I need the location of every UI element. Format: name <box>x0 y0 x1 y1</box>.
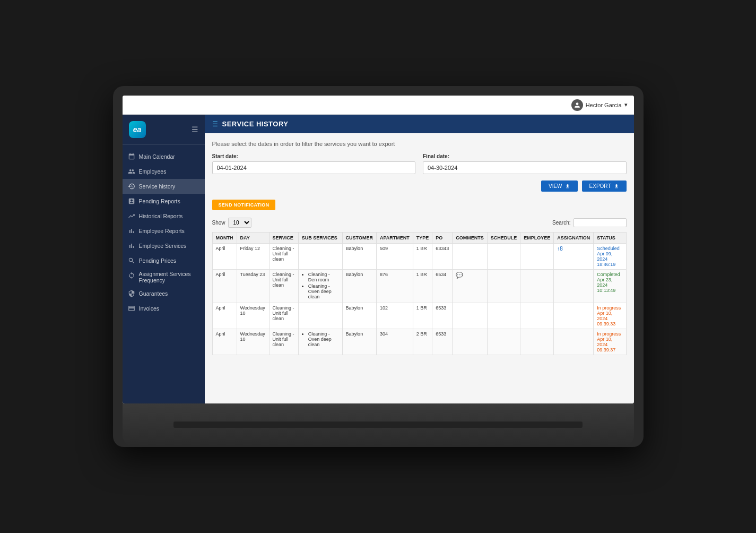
cell-type: 2 BR <box>413 329 432 355</box>
cell-schedule <box>487 303 520 329</box>
col-employee: EMPLOYEE <box>520 233 554 244</box>
cell-apartment: 509 <box>376 244 413 270</box>
cell-sub-services: Cleaning - Den roomCleaning - Oven deep … <box>298 270 342 303</box>
col-customer: CUSTOMER <box>342 233 376 244</box>
cell-assignation[interactable]: ↑8 <box>554 244 594 270</box>
cell-status: Completed Apr 23, 2024 10:13:49 <box>594 270 626 303</box>
cell-employee <box>520 329 554 355</box>
sidebar-label-employee-reports: Employee Reports <box>139 228 185 234</box>
cell-day: Tuesday 23 <box>237 270 269 303</box>
view-button[interactable]: VIEW <box>541 180 578 192</box>
col-schedule: SCHEDULE <box>487 233 520 244</box>
sidebar-item-employee-reports[interactable]: Employee Reports <box>123 223 205 238</box>
col-comments: COMMENTS <box>453 233 488 244</box>
sidebar-item-invoices[interactable]: Invoices <box>123 301 205 316</box>
sidebar-item-main-calendar[interactable]: Main Calendar <box>123 149 205 164</box>
cell-apartment: 102 <box>376 303 413 329</box>
sidebar-item-guarantees[interactable]: Guarantees <box>123 286 205 301</box>
comment-icon: 💬 <box>456 272 463 278</box>
cell-employee <box>520 270 554 303</box>
show-label: Show 10 25 50 <box>212 218 251 228</box>
col-service: SERVICE <box>269 233 298 244</box>
cell-po: 63343 <box>432 244 453 270</box>
cell-month: April <box>212 270 237 303</box>
cell-sub-services: Cleaning - Oven deep clean <box>298 329 342 355</box>
export-button[interactable]: EXPORT <box>582 180 627 192</box>
col-status: STATUS <box>594 233 626 244</box>
cell-comments <box>453 303 488 329</box>
start-date-label: Start date: <box>212 153 416 159</box>
sidebar-item-assignment-services-frequency[interactable]: Assignment Services Frequency <box>123 268 205 286</box>
page-header: ☰ SERVICE HISTORY <box>205 115 634 133</box>
cell-assignation[interactable] <box>554 270 594 303</box>
cell-type: 1 BR <box>413 270 432 303</box>
table-row: April Tuesday 23 Cleaning - Unit full cl… <box>212 270 626 303</box>
cell-type: 1 BR <box>413 244 432 270</box>
table-header-row: MONTH DAY SERVICE SUB SERVICES CUSTOMER … <box>212 233 626 244</box>
start-date-input[interactable] <box>212 161 416 174</box>
sidebar: ea ☰ Main Calendar Employees <box>123 115 205 403</box>
cell-assignation[interactable] <box>554 329 594 355</box>
col-type: TYPE <box>413 233 432 244</box>
cell-sub-services <box>298 244 342 270</box>
cell-comments <box>453 244 488 270</box>
cell-schedule <box>487 270 520 303</box>
top-bar: Hector Garcia ▾ <box>123 96 634 115</box>
final-date-label: Final date: <box>423 153 627 159</box>
content-body: Please select the dates in order to filt… <box>205 133 634 403</box>
cell-assignation[interactable] <box>554 303 594 329</box>
cell-customer: Babylon <box>342 270 376 303</box>
cell-service: Cleaning - Unit full clean <box>269 303 298 329</box>
hamburger-icon[interactable]: ☰ <box>192 125 198 134</box>
cell-po: 6533 <box>432 303 453 329</box>
cell-schedule <box>487 329 520 355</box>
sidebar-label-service-history: Service history <box>139 183 176 190</box>
user-info[interactable]: Hector Garcia ▾ <box>571 99 628 111</box>
cell-employee <box>520 244 554 270</box>
send-notification-button[interactable]: SEND NOTIFICATION <box>212 200 276 210</box>
cell-sub-services <box>298 303 342 329</box>
show-select[interactable]: 10 25 50 <box>228 218 251 228</box>
sidebar-item-historical-reports[interactable]: Historical Reports <box>123 209 205 223</box>
sidebar-label-guarantees: Guarantees <box>139 290 168 297</box>
action-buttons: VIEW EXPORT <box>212 180 627 192</box>
sidebar-item-pending-prices[interactable]: Pending Prices <box>123 253 205 268</box>
cell-schedule <box>487 244 520 270</box>
search-label: Search: <box>552 218 626 227</box>
final-date-field: Final date: <box>423 153 627 174</box>
sidebar-item-employees[interactable]: Employees <box>123 164 205 179</box>
sidebar-item-employee-services[interactable]: Employee Services <box>123 238 205 253</box>
cell-customer: Babylon <box>342 303 376 329</box>
col-apartment: APARTMENT <box>376 233 413 244</box>
col-month: MONTH <box>212 233 237 244</box>
cell-po: 6534 <box>432 270 453 303</box>
sidebar-label-pending-reports: Pending Reports <box>139 198 180 204</box>
search-input[interactable] <box>573 218 627 227</box>
table-row: April Wednesday 10 Cleaning - Unit full … <box>212 329 626 355</box>
cell-customer: Babylon <box>342 329 376 355</box>
avatar <box>571 99 583 111</box>
cell-service: Cleaning - Unit full clean <box>269 270 298 303</box>
cell-day: Friday 12 <box>237 244 269 270</box>
cell-status: Scheduled Apr 09, 2024 18:46:19 <box>594 244 626 270</box>
cell-apartment: 876 <box>376 270 413 303</box>
sidebar-nav: Main Calendar Employees Service history <box>123 145 205 403</box>
cell-customer: Babylon <box>342 244 376 270</box>
cell-employee <box>520 303 554 329</box>
cell-apartment: 304 <box>376 329 413 355</box>
table-row: April Wednesday 10 Cleaning - Unit full … <box>212 303 626 329</box>
cell-service: Cleaning - Unit full clean <box>269 244 298 270</box>
sidebar-label-pending-prices: Pending Prices <box>139 257 177 264</box>
cell-month: April <box>212 244 237 270</box>
main-content: ☰ SERVICE HISTORY Please select the date… <box>205 115 634 403</box>
final-date-input[interactable] <box>423 161 627 174</box>
sidebar-item-pending-reports[interactable]: Pending Reports <box>123 194 205 209</box>
col-sub-services: SUB SERVICES <box>298 233 342 244</box>
assignment-icon[interactable]: ↑8 <box>557 246 563 252</box>
cell-type: 1 BR <box>413 303 432 329</box>
sidebar-item-service-history[interactable]: Service history <box>123 179 205 194</box>
service-history-table: MONTH DAY SERVICE SUB SERVICES CUSTOMER … <box>212 232 627 355</box>
cell-po: 6533 <box>432 329 453 355</box>
col-po: PO <box>432 233 453 244</box>
sidebar-label-invoices: Invoices <box>139 305 160 312</box>
